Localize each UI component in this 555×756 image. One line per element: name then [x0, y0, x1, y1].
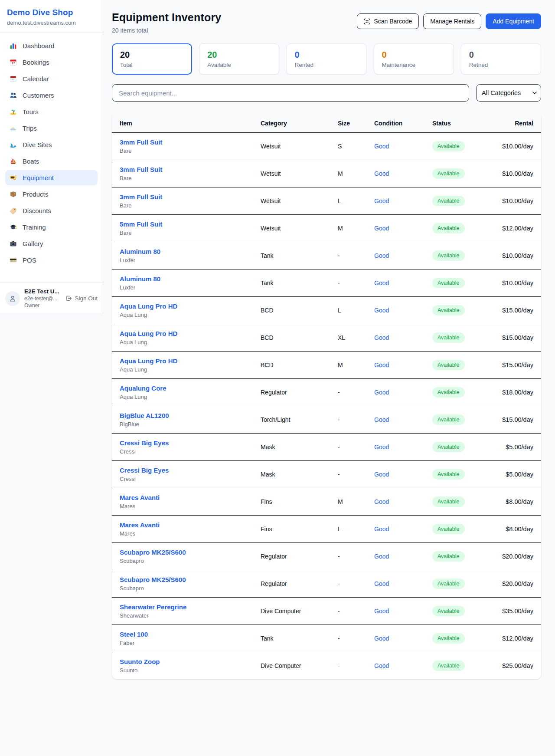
sidebar-item-dashboard[interactable]: Dashboard	[5, 38, 98, 53]
table-row[interactable]: 5mm Full SuitBareWetsuitMGoodAvailable$1…	[112, 215, 541, 242]
item-name-link[interactable]: Cressi Big Eyes	[120, 439, 245, 447]
filters-row: All Categories	[112, 84, 541, 102]
table-row[interactable]: Aqua Lung Pro HDAqua LungBCDLGoodAvailab…	[112, 297, 541, 324]
brand-title[interactable]: Demo Dive Shop	[7, 8, 96, 17]
table-row[interactable]: 3mm Full SuitBareWetsuitSGoodAvailable$1…	[112, 133, 541, 160]
condition-link[interactable]: Good	[374, 334, 389, 341]
item-name-link[interactable]: Cressi Big Eyes	[120, 467, 245, 474]
item-name-link[interactable]: Shearwater Peregrine	[120, 603, 245, 611]
item-name-link[interactable]: Scubapro MK25/S600	[120, 576, 245, 583]
table-row[interactable]: Aqualung CoreAqua LungRegulator-GoodAvai…	[112, 379, 541, 406]
table-row[interactable]: Suunto ZoopSuuntoDive Computer-GoodAvail…	[112, 652, 541, 680]
item-name-link[interactable]: 3mm Full Suit	[120, 166, 245, 173]
sidebar-item-calendar[interactable]: Calendar	[5, 71, 98, 86]
condition-link[interactable]: Good	[374, 580, 389, 587]
item-size: M	[330, 215, 366, 242]
item-name-link[interactable]: Suunto Zoop	[120, 658, 245, 665]
sidebar-item-customers[interactable]: Customers	[5, 88, 98, 103]
table-row[interactable]: Scubapro MK25/S600ScubaproRegulator-Good…	[112, 543, 541, 570]
table-row[interactable]: Aluminum 80LuxferTank-GoodAvailable$10.0…	[112, 270, 541, 297]
stat-card-retired[interactable]: 0Retired	[461, 43, 541, 75]
table-row[interactable]: 3mm Full SuitBareWetsuitMGoodAvailable$1…	[112, 160, 541, 187]
condition-link[interactable]: Good	[374, 170, 389, 177]
condition-link[interactable]: Good	[374, 252, 389, 259]
item-name-link[interactable]: Scubapro MK25/S600	[120, 549, 245, 556]
item-name-link[interactable]: Aqua Lung Pro HD	[120, 330, 245, 337]
stat-card-available[interactable]: 20Available	[199, 43, 279, 75]
table-row[interactable]: Cressi Big EyesCressiMask-GoodAvailable$…	[112, 434, 541, 461]
item-name-link[interactable]: Aqua Lung Pro HD	[120, 302, 245, 310]
item-name-link[interactable]: Aluminum 80	[120, 275, 245, 283]
item-name-link[interactable]: Aluminum 80	[120, 248, 245, 255]
condition-link[interactable]: Good	[374, 608, 389, 615]
condition-link[interactable]: Good	[374, 362, 389, 368]
item-name-link[interactable]: Steel 100	[120, 631, 245, 638]
table-row[interactable]: Aluminum 80LuxferTank-GoodAvailable$10.0…	[112, 242, 541, 270]
sidebar-item-tours[interactable]: Tours	[5, 104, 98, 119]
item-category: Mask	[253, 434, 330, 461]
condition-link[interactable]: Good	[374, 279, 389, 286]
condition-link[interactable]: Good	[374, 471, 389, 478]
condition-link[interactable]: Good	[374, 526, 389, 532]
stat-card-rented[interactable]: 0Rented	[286, 43, 366, 75]
sidebar-item-label: Gallery	[23, 240, 43, 247]
item-brand: Mares	[120, 503, 245, 509]
sidebar-item-training[interactable]: Training	[5, 220, 98, 235]
item-name-link[interactable]: 3mm Full Suit	[120, 138, 245, 146]
item-name-link[interactable]: Aqualung Core	[120, 385, 245, 392]
sidebar-item-bookings[interactable]: 17Bookings	[5, 55, 98, 70]
sign-out-button[interactable]: Sign Out	[65, 295, 98, 302]
search-input[interactable]	[112, 84, 469, 102]
condition-link[interactable]: Good	[374, 197, 389, 204]
sailboat-icon	[10, 158, 17, 165]
sidebar-item-discounts[interactable]: Discounts	[5, 203, 98, 218]
category-select[interactable]: All Categories	[476, 84, 541, 102]
table-row[interactable]: Mares AvantiMaresFinsMGoodAvailable$8.00…	[112, 488, 541, 516]
avatar	[5, 291, 20, 306]
sidebar-item-gallery[interactable]: Gallery	[5, 236, 98, 251]
stat-value: 20	[120, 50, 184, 60]
scan-barcode-button[interactable]: Scan Barcode	[357, 13, 419, 29]
sidebar-item-products[interactable]: Products	[5, 187, 98, 202]
item-category: Wetsuit	[253, 160, 330, 187]
item-name-link[interactable]: Aqua Lung Pro HD	[120, 357, 245, 365]
item-brand: Aqua Lung	[120, 366, 245, 373]
item-size: XL	[330, 324, 366, 352]
condition-link[interactable]: Good	[374, 307, 389, 314]
condition-link[interactable]: Good	[374, 662, 389, 669]
item-size: -	[330, 652, 366, 680]
sidebar-item-trips[interactable]: Trips	[5, 121, 98, 136]
stat-label: Maintenance	[382, 62, 446, 68]
sidebar-item-dive-sites[interactable]: Dive Sites	[5, 137, 98, 152]
sidebar-item-boats[interactable]: Boats	[5, 154, 98, 169]
table-row[interactable]: Steel 100FaberTank-GoodAvailable$12.00/d…	[112, 625, 541, 652]
table-row[interactable]: Cressi Big EyesCressiMask-GoodAvailable$…	[112, 461, 541, 488]
table-row[interactable]: Scubapro MK25/S600ScubaproRegulator-Good…	[112, 570, 541, 598]
table-row[interactable]: Aqua Lung Pro HDAqua LungBCDXLGoodAvaila…	[112, 324, 541, 352]
table-row[interactable]: BigBlue AL1200BigBlueTorch/Light-GoodAva…	[112, 406, 541, 434]
condition-link[interactable]: Good	[374, 498, 389, 505]
item-name-link[interactable]: 3mm Full Suit	[120, 193, 245, 201]
sidebar-item-pos[interactable]: POS	[5, 253, 98, 268]
item-name-link[interactable]: 5mm Full Suit	[120, 220, 245, 228]
condition-link[interactable]: Good	[374, 635, 389, 642]
item-name-link[interactable]: Mares Avanti	[120, 521, 245, 529]
condition-link[interactable]: Good	[374, 444, 389, 450]
condition-link[interactable]: Good	[374, 553, 389, 560]
item-size: -	[330, 242, 366, 270]
sidebar-item-equipment[interactable]: Equipment	[5, 170, 98, 185]
manage-rentals-button[interactable]: Manage Rentals	[423, 13, 481, 29]
table-row[interactable]: Aqua Lung Pro HDAqua LungBCDMGoodAvailab…	[112, 352, 541, 379]
condition-link[interactable]: Good	[374, 143, 389, 150]
condition-link[interactable]: Good	[374, 389, 389, 396]
stat-card-total[interactable]: 20Total	[112, 43, 192, 75]
item-name-link[interactable]: BigBlue AL1200	[120, 412, 245, 419]
item-name-link[interactable]: Mares Avanti	[120, 494, 245, 501]
table-row[interactable]: 3mm Full SuitBareWetsuitLGoodAvailable$1…	[112, 187, 541, 215]
add-equipment-button[interactable]: Add Equipment	[486, 13, 541, 29]
table-row[interactable]: Shearwater PeregrineShearwaterDive Compu…	[112, 598, 541, 625]
stat-card-maintenance[interactable]: 0Maintenance	[374, 43, 454, 75]
condition-link[interactable]: Good	[374, 225, 389, 232]
condition-link[interactable]: Good	[374, 416, 389, 423]
table-row[interactable]: Mares AvantiMaresFinsLGoodAvailable$8.00…	[112, 516, 541, 543]
